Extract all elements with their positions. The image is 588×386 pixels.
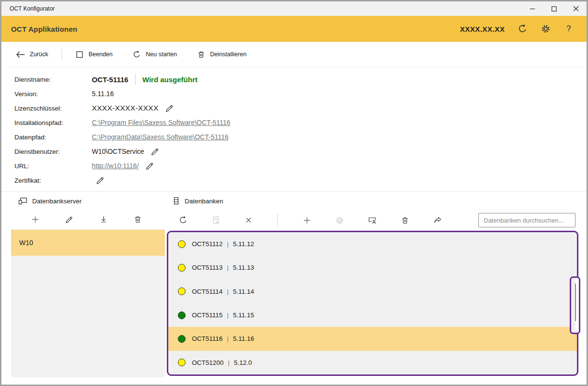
database-icon <box>172 197 180 205</box>
url-link[interactable]: http://w10:1116/ <box>92 162 139 170</box>
database-list: OCT51112 | 5.11.12 OCT51113 | 5.11.13 OC… <box>167 231 578 376</box>
data-path-label: Datenpfad: <box>14 134 46 141</box>
add-server-button[interactable] <box>30 215 40 224</box>
service-details: Dienstname: OCT-51116 Wird ausgeführt Ve… <box>1 72 587 187</box>
pencil-icon <box>165 104 174 113</box>
version-value: 5.11.16 <box>92 90 114 98</box>
back-arrow-icon <box>16 51 25 58</box>
app-version: XXXX.XX.XX <box>460 25 505 33</box>
database-settings-button[interactable] <box>335 215 344 225</box>
status-icon <box>178 287 186 295</box>
close-button[interactable] <box>565 1 587 16</box>
database-list-item[interactable]: OCT51114 | 5.11.14 <box>168 280 577 303</box>
service-status-badge: Wird ausgeführt <box>142 75 198 84</box>
restart-label: Neu starten <box>146 51 177 58</box>
edit-license-button[interactable] <box>165 104 174 113</box>
minimize-icon <box>530 6 535 12</box>
pencil-icon <box>145 162 154 171</box>
service-user-value: W10\OCTService <box>92 148 144 155</box>
import-server-button[interactable] <box>99 215 108 224</box>
database-name: OCT51112 <box>192 240 223 248</box>
database-list-item[interactable]: OCT51113 | 5.11.13 <box>168 256 577 279</box>
license-label: Lizenzschlüssel: <box>14 105 62 112</box>
database-list-item[interactable]: OCT51116 | 5.11.16 <box>168 327 577 350</box>
add-database-button[interactable] <box>302 215 312 225</box>
edit-service-user-button[interactable] <box>150 147 160 156</box>
service-name-value: OCT-51116 <box>92 75 128 84</box>
certificate-label: Zertifikat: <box>14 177 41 184</box>
detail-row-certificate: Zertifikat: <box>1 173 587 187</box>
stop-square-icon <box>75 50 84 59</box>
database-separator: | <box>227 240 229 248</box>
database-panel: OCT51112 | 5.11.12 OCT51113 | 5.11.13 OC… <box>167 210 578 377</box>
detail-row-data-path: Datenpfad: C:\ProgramData\Saxess Softwar… <box>1 130 587 144</box>
detail-row-version: Version: 5.11.16 <box>1 87 587 101</box>
database-list-item[interactable]: OCT51200 | 5.12.0 <box>168 351 577 374</box>
restart-icon <box>133 50 141 59</box>
command-toolbar: Zurück Beenden Neu starten Deinstalliere… <box>1 42 587 67</box>
server-panel-title: Datenbankserver <box>32 198 82 205</box>
database-panel-header: Datenbanken <box>172 192 223 210</box>
document-plus-icon <box>212 216 220 224</box>
toolbar-separator <box>277 214 278 226</box>
pencil-icon <box>96 176 105 185</box>
share-icon <box>433 216 442 224</box>
app-header: OCT Applikationen XXXX.XX.XX ? <box>1 16 587 42</box>
detail-row-license: Lizenzschlüssel: XXXX-XXXX-XXXX <box>1 101 587 115</box>
settings-button[interactable] <box>540 24 551 34</box>
detail-row-service-name: Dienstname: OCT-51116 Wird ausgeführt <box>1 72 587 87</box>
service-name-label: Dienstname: <box>14 76 51 83</box>
delete-server-button[interactable] <box>133 215 142 224</box>
restart-service-button[interactable]: Neu starten <box>133 50 177 59</box>
delete-database-button[interactable] <box>400 215 410 225</box>
install-path-link[interactable]: C:\Program Files\Saxess Software\OCT-511… <box>92 119 230 126</box>
install-path-label: Installationspfad: <box>14 119 63 126</box>
database-separator: | <box>227 288 229 295</box>
plus-icon <box>303 216 311 224</box>
scrollbar-thumb[interactable] <box>575 284 576 321</box>
assign-user-button[interactable] <box>367 215 377 225</box>
edit-server-button[interactable] <box>64 215 74 224</box>
server-toolbar <box>11 210 165 230</box>
edit-url-button[interactable] <box>145 162 154 171</box>
status-icon <box>178 335 186 343</box>
database-list-item[interactable]: OCT51115 | 5.11.15 <box>168 303 577 327</box>
uninstall-button[interactable]: Deinstallieren <box>197 50 247 59</box>
server-name: W10 <box>19 239 33 247</box>
version-label: Version: <box>14 90 38 98</box>
page-title: OCT Applikationen <box>1 25 460 33</box>
database-version: 5.11.13 <box>233 264 254 271</box>
uninstall-label: Deinstallieren <box>210 51 247 58</box>
server-list-item[interactable]: W10 <box>11 230 165 256</box>
database-name: OCT51116 <box>192 335 223 342</box>
edit-certificate-button[interactable] <box>96 176 105 185</box>
maximize-button[interactable] <box>543 1 565 16</box>
database-version: 5.11.15 <box>233 311 254 319</box>
pencil-icon <box>65 215 74 224</box>
search-input[interactable] <box>478 213 575 227</box>
copy-script-button[interactable] <box>211 215 221 225</box>
devices-icon <box>18 197 28 205</box>
detail-row-url: URL: http://w10:1116/ <box>1 159 587 173</box>
window-title: OCT Konfigurator <box>1 5 522 12</box>
minimize-button[interactable] <box>522 1 543 16</box>
database-toolbar <box>167 210 578 231</box>
data-path-link[interactable]: C:\ProgramData\Saxess Software\OCT-51116 <box>92 133 228 141</box>
maximize-icon <box>551 6 557 12</box>
help-button[interactable]: ? <box>563 24 574 34</box>
gear-icon <box>541 24 550 34</box>
gear-icon <box>335 216 344 225</box>
app-window: OCT Konfigurator OCT Applikationen XXXX.… <box>0 0 588 386</box>
database-name: OCT51115 <box>192 311 223 319</box>
database-list-item[interactable]: OCT51112 | 5.11.12 <box>168 232 577 256</box>
header-refresh-button[interactable] <box>517 24 528 34</box>
back-button[interactable]: Zurück <box>16 51 48 58</box>
clear-selection-button[interactable] <box>244 215 253 225</box>
scrollbar[interactable] <box>570 276 580 334</box>
database-version: 5.11.16 <box>233 335 254 342</box>
database-separator: | <box>228 359 230 366</box>
refresh-databases-button[interactable] <box>178 215 188 225</box>
share-database-button[interactable] <box>433 215 442 225</box>
stop-service-button[interactable]: Beenden <box>75 50 113 59</box>
back-label: Zurück <box>30 51 48 58</box>
